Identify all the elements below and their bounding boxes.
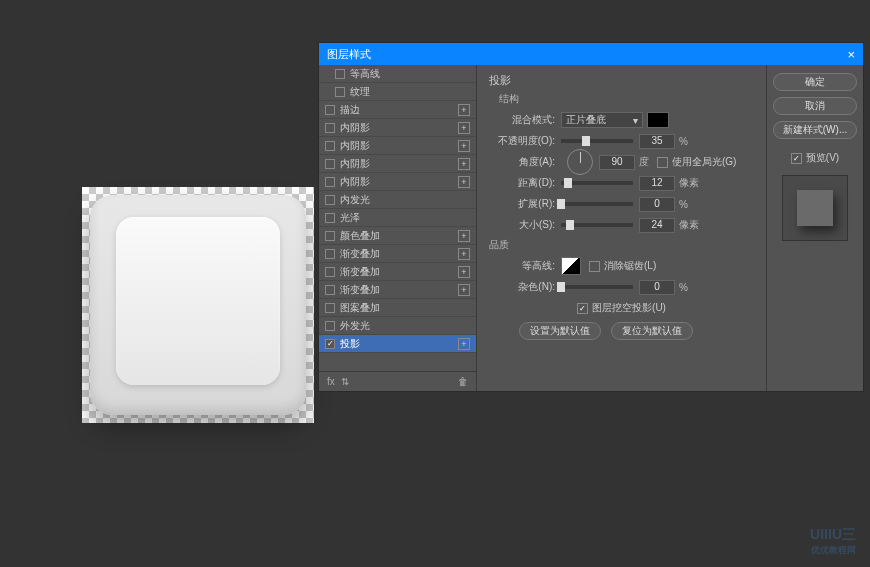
style-label: 内阴影	[340, 121, 370, 135]
plus-icon[interactable]: +	[458, 230, 470, 242]
ok-button[interactable]: 确定	[773, 73, 857, 91]
angle-row: 角度(A): 90 度 使用全局光(G)	[489, 154, 754, 170]
plus-icon[interactable]: +	[458, 266, 470, 278]
noise-slider[interactable]	[561, 285, 633, 289]
style-label: 内阴影	[340, 175, 370, 189]
style-item-13[interactable]: 图案叠加	[319, 299, 476, 317]
distance-input[interactable]: 12	[639, 176, 675, 191]
plus-icon[interactable]: +	[458, 248, 470, 260]
noise-input[interactable]: 0	[639, 280, 675, 295]
blend-label: 混合模式:	[489, 113, 561, 127]
styles-list: 等高线纹理描边+内阴影+内阴影+内阴影+内阴影+内发光光泽颜色叠加+渐变叠加+渐…	[319, 65, 476, 371]
plus-icon[interactable]: +	[458, 176, 470, 188]
style-check[interactable]	[325, 105, 335, 115]
style-check[interactable]	[325, 123, 335, 133]
size-input[interactable]: 24	[639, 218, 675, 233]
quality-title: 品质	[489, 238, 754, 252]
knockout-check[interactable]	[577, 303, 588, 314]
spread-label: 扩展(R):	[489, 197, 561, 211]
noise-row: 杂色(N): 0 %	[489, 279, 754, 295]
size-row: 大小(S): 24 像素	[489, 217, 754, 233]
contour-swatch[interactable]	[561, 257, 581, 275]
style-label: 等高线	[350, 67, 380, 81]
style-item-6[interactable]: 内阴影+	[319, 173, 476, 191]
style-check[interactable]	[325, 303, 335, 313]
plus-icon[interactable]: +	[458, 140, 470, 152]
style-item-0[interactable]: 等高线	[319, 65, 476, 83]
section-title: 投影	[489, 73, 754, 88]
style-check[interactable]	[325, 177, 335, 187]
style-item-12[interactable]: 渐变叠加+	[319, 281, 476, 299]
size-slider[interactable]	[561, 223, 633, 227]
settings-column: 投影 结构 混合模式: 正片叠底▾ 不透明度(O): 35 % 角度(A): 9…	[477, 65, 767, 391]
blend-mode-row: 混合模式: 正片叠底▾	[489, 112, 754, 128]
spread-row: 扩展(R): 0 %	[489, 196, 754, 212]
style-check[interactable]	[325, 231, 335, 241]
preview-box	[782, 175, 848, 241]
style-label: 渐变叠加	[340, 283, 380, 297]
close-icon[interactable]: ×	[847, 47, 855, 62]
style-item-3[interactable]: 内阴影+	[319, 119, 476, 137]
style-item-15[interactable]: ✓投影+	[319, 335, 476, 353]
dialog-titlebar[interactable]: 图层样式 ×	[319, 43, 863, 65]
style-item-7[interactable]: 内发光	[319, 191, 476, 209]
style-check[interactable]	[325, 249, 335, 259]
preview-check[interactable]	[791, 153, 802, 164]
watermark: UIIIU三 优优教程网	[810, 526, 856, 557]
reset-default-button[interactable]: 复位为默认值	[611, 322, 693, 340]
style-label: 内阴影	[340, 157, 370, 171]
style-check[interactable]	[335, 69, 345, 79]
plus-icon[interactable]: +	[458, 104, 470, 116]
contour-label: 等高线:	[489, 259, 561, 273]
new-style-button[interactable]: 新建样式(W)...	[773, 121, 857, 139]
plus-icon[interactable]: +	[458, 338, 470, 350]
opacity-slider[interactable]	[561, 139, 633, 143]
angle-input[interactable]: 90	[599, 155, 635, 170]
style-check[interactable]	[325, 285, 335, 295]
style-item-10[interactable]: 渐变叠加+	[319, 245, 476, 263]
plus-icon[interactable]: +	[458, 284, 470, 296]
distance-slider[interactable]	[561, 181, 633, 185]
styles-column: 等高线纹理描边+内阴影+内阴影+内阴影+内阴影+内发光光泽颜色叠加+渐变叠加+渐…	[319, 65, 477, 391]
antialias-check[interactable]	[589, 261, 600, 272]
style-item-4[interactable]: 内阴影+	[319, 137, 476, 155]
style-check[interactable]	[325, 213, 335, 223]
global-light-check[interactable]	[657, 157, 668, 168]
fx-icon[interactable]: fx	[327, 376, 335, 387]
preview-label: 预览(V)	[806, 151, 839, 165]
style-item-14[interactable]: 外发光	[319, 317, 476, 335]
right-column: 确定 取消 新建样式(W)... 预览(V)	[767, 65, 863, 391]
distance-row: 距离(D): 12 像素	[489, 175, 754, 191]
style-label: 图案叠加	[340, 301, 380, 315]
up-down-icon[interactable]: ⇅	[341, 376, 349, 387]
style-item-2[interactable]: 描边+	[319, 101, 476, 119]
style-item-5[interactable]: 内阴影+	[319, 155, 476, 173]
style-label: 内阴影	[340, 139, 370, 153]
cancel-button[interactable]: 取消	[773, 97, 857, 115]
angle-dial[interactable]	[567, 149, 593, 175]
opacity-input[interactable]: 35	[639, 134, 675, 149]
spread-input[interactable]: 0	[639, 197, 675, 212]
style-check[interactable]	[325, 195, 335, 205]
style-check[interactable]	[325, 141, 335, 151]
plus-icon[interactable]: +	[458, 158, 470, 170]
style-check[interactable]: ✓	[325, 339, 335, 349]
dialog-title: 图层样式	[327, 47, 371, 62]
plus-icon[interactable]: +	[458, 122, 470, 134]
style-check[interactable]	[325, 267, 335, 277]
style-item-8[interactable]: 光泽	[319, 209, 476, 227]
knockout-label: 图层挖空投影(U)	[592, 301, 666, 315]
spread-slider[interactable]	[561, 202, 633, 206]
trash-icon[interactable]: 🗑	[458, 376, 468, 387]
style-item-1[interactable]: 纹理	[319, 83, 476, 101]
style-check[interactable]	[325, 321, 335, 331]
blend-select[interactable]: 正片叠底▾	[561, 112, 643, 128]
style-check[interactable]	[335, 87, 345, 97]
shadow-color-swatch[interactable]	[647, 112, 669, 128]
angle-label: 角度(A):	[489, 155, 561, 169]
style-item-11[interactable]: 渐变叠加+	[319, 263, 476, 281]
style-check[interactable]	[325, 159, 335, 169]
layer-style-dialog: 图层样式 × 等高线纹理描边+内阴影+内阴影+内阴影+内阴影+内发光光泽颜色叠加…	[318, 42, 864, 392]
make-default-button[interactable]: 设置为默认值	[519, 322, 601, 340]
style-item-9[interactable]: 颜色叠加+	[319, 227, 476, 245]
